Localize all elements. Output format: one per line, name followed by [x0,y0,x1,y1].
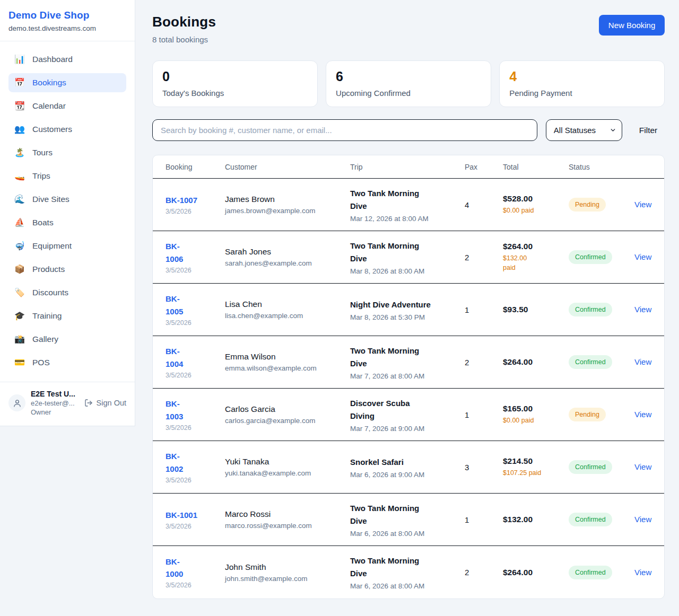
status-badge: Confirmed [569,566,612,579]
booking-id-link[interactable]: BK-1001 [166,509,197,521]
booking-id-link[interactable]: BK- 1004 [166,345,183,370]
view-link[interactable]: View [634,568,651,577]
table-body: BK-1007 3/5/2026 James Brown james.brown… [153,179,664,599]
search-input[interactable] [152,119,537,141]
trip-datetime: Mar 7, 2026 at 8:00 AM [350,372,465,380]
sidebar-item-dashboard[interactable]: 📊 Dashboard [8,50,126,69]
new-booking-button[interactable]: New Booking [599,15,665,36]
stat-card-todays-bookings: 0 Today's Bookings [152,60,318,107]
sidebar-item-products[interactable]: 📦 Products [8,260,126,279]
stat-value: 6 [336,70,481,83]
table-row: BK- 1005 3/5/2026 Lisa Chen lisa.chen@ex… [153,284,664,336]
column-header-status: Status [569,163,634,171]
pax-cell: 1 [465,515,503,524]
customer-cell: John Smith john.smith@example.com [225,562,350,583]
booking-id-link[interactable]: BK- 1000 [166,556,183,580]
view-link[interactable]: View [634,357,651,366]
paid-amount: $0.00 paid [503,416,569,425]
trip-datetime: Mar 6, 2026 at 8:00 AM [350,582,465,590]
table-row: BK- 1006 3/5/2026 Sarah Jones sarah.jone… [153,231,664,284]
trip-name: Two Tank Morning Dive [350,345,465,370]
sign-out-label: Sign Out [97,399,126,407]
customer-name: Carlos Garcia [225,404,350,414]
paid-amount: $0.00 paid [503,206,569,215]
stat-value: 0 [162,70,308,83]
calendar-icon: 📅 [14,78,25,87]
status-select[interactable]: All Statuses [546,119,622,141]
sidebar-item-bookings[interactable]: 📅 Bookings [8,73,126,92]
total-amount: $165.00 [503,404,569,413]
view-link[interactable]: View [634,305,651,314]
customer-email: lisa.chen@example.com [225,312,350,320]
view-link[interactable]: View [634,252,651,261]
sidebar-item-training[interactable]: 🎓 Training [8,306,126,325]
status-cell: Pending [569,198,634,212]
sidebar-item-equipment[interactable]: 🤿 Equipment [8,236,126,256]
trip-name: Two Tank Morning Dive [350,555,465,580]
sign-out-button[interactable]: Sign Out [84,399,126,407]
table-row: BK- 1003 3/5/2026 Carlos Garcia carlos.g… [153,389,664,441]
filter-button[interactable]: Filter [631,126,665,135]
filters-bar: All Statuses Filter [152,119,665,141]
sidebar-item-calendar[interactable]: 📆 Calendar [8,96,126,116]
booking-id-link[interactable]: BK- 1006 [166,240,183,265]
customer-cell: Lisa Chen lisa.chen@example.com [225,300,350,320]
view-link[interactable]: View [634,462,651,471]
view-link[interactable]: View [634,515,651,524]
sidebar-item-dive-sites[interactable]: 🌊 Dive Sites [8,190,126,209]
customer-email: emma.wilson@example.com [225,364,350,372]
stat-card-upcoming-confirmed: 6 Upcoming Confirmed [326,60,491,107]
total-amount: $264.00 [503,357,569,367]
page-header: Bookings 8 total bookings New Booking [152,14,665,44]
booking-id-link[interactable]: BK- 1005 [166,293,183,318]
sidebar-item-gallery[interactable]: 📸 Gallery [8,330,126,349]
view-link[interactable]: View [634,410,651,419]
status-cell: Confirmed [569,460,634,474]
booking-cell: BK- 1004 3/5/2026 [166,345,225,379]
sidebar: Demo Dive Shop demo.test.divestreams.com… [0,0,135,426]
customer-cell: James Brown james.brown@example.com [225,195,350,215]
table-row: BK-1001 3/5/2026 Marco Rossi marco.rossi… [153,494,664,546]
table-row: BK- 1000 3/5/2026 John Smith john.smith@… [153,546,664,599]
tag-icon: 🏷️ [14,288,25,297]
sidebar-item-label: Customers [32,125,72,134]
total-amount: $528.00 [503,194,569,204]
sidebar-item-label: Dashboard [32,55,73,64]
trip-datetime: Mar 7, 2026 at 9:00 AM [350,425,465,433]
booking-id-link[interactable]: BK- 1003 [166,398,183,423]
status-cell: Pending [569,408,634,421]
column-header-customer: Customer [225,163,350,171]
status-badge: Pending [569,408,606,421]
customer-name: Sarah Jones [225,247,350,257]
status-badge: Confirmed [569,250,612,264]
view-cell: View [634,410,651,419]
graduation-cap-icon: 🎓 [14,312,25,320]
sidebar-item-tours[interactable]: 🏝️ Tours [8,143,126,162]
pax-cell: 1 [465,410,503,419]
table-row: BK-1007 3/5/2026 James Brown james.brown… [153,179,664,231]
trip-cell: Two Tank Morning Dive Mar 8, 2026 at 8:0… [350,240,465,275]
sidebar-item-label: Training [32,311,62,321]
booking-date: 3/5/2026 [166,582,225,589]
page-title: Bookings [152,14,216,30]
view-link[interactable]: View [634,200,651,209]
diving-mask-icon: 🤿 [14,242,25,250]
total-cell: $264.00 [503,357,569,367]
booking-id-link[interactable]: BK- 1002 [166,450,183,475]
user-icon [13,399,22,408]
status-cell: Confirmed [569,303,634,316]
booking-cell: BK- 1003 3/5/2026 [166,398,225,432]
sidebar-item-pos[interactable]: 💳 POS [8,353,126,372]
customer-name: John Smith [225,562,350,572]
sidebar-item-trips[interactable]: 🚤 Trips [8,166,126,186]
sidebar-item-label: POS [32,358,50,367]
total-cell: $165.00 $0.00 paid [503,404,569,425]
sidebar-item-boats[interactable]: ⛵ Boats [8,213,126,232]
sidebar-item-customers[interactable]: 👥 Customers [8,120,126,139]
total-cell: $214.50 $107.25 paid [503,456,569,478]
booking-id-link[interactable]: BK-1007 [166,194,197,206]
customer-cell: Marco Rossi marco.rossi@example.com [225,509,350,530]
sidebar-item-discounts[interactable]: 🏷️ Discounts [8,283,126,302]
user-footer: E2E Test U... e2e-tester@... Owner Sign … [0,382,135,426]
sailboat-icon: ⛵ [14,218,25,227]
